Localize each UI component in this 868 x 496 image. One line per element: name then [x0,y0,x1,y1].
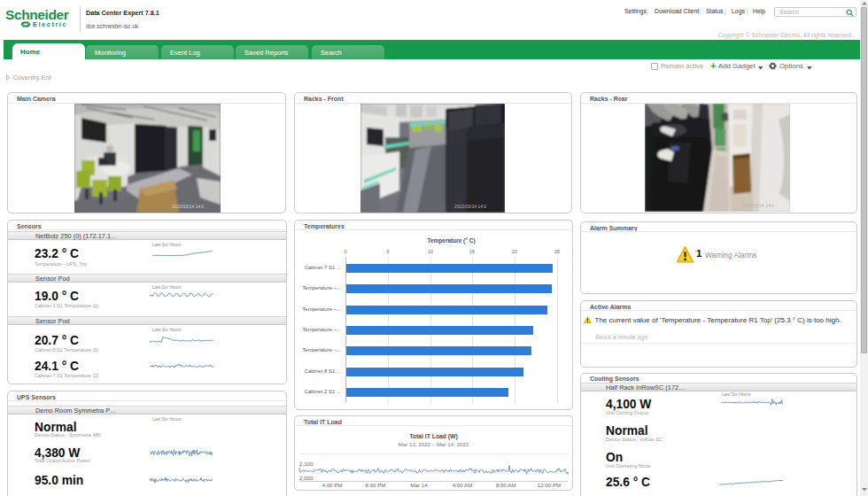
svg-text:2022/03/14 14:0: 2022/03/14 14:0 [742,203,774,208]
svg-text:2022/03/14 14:0: 2022/03/14 14:0 [454,204,486,209]
svg-text:2022/03/14 14:0: 2022/03/14 14:0 [172,204,204,209]
